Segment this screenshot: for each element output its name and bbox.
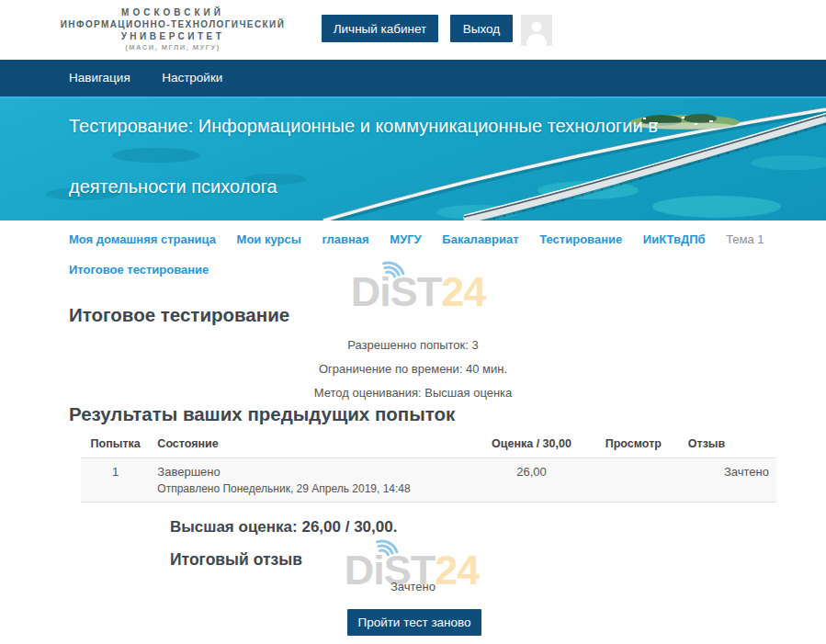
course-title-line1: Тестирование: Информационные и коммуника…: [69, 116, 658, 137]
nav-item-navigation[interactable]: Навигация: [69, 60, 130, 96]
breadcrumb-item-topic: Тема 1: [726, 232, 764, 246]
quiz-attempts-info: Разрешенно попыток: 3: [0, 333, 826, 357]
wifi-signal-icon: [375, 535, 413, 560]
quiz-info: Разрешенно попыток: 3 Ограничение по вре…: [0, 333, 826, 405]
col-state: Состояние: [150, 432, 477, 458]
breadcrumb: Моя домашняя страница Мои курсы главная …: [69, 232, 764, 246]
quiz-page: МОСКОВСКИЙ ИНФОРМАЦИОННО-ТЕХНОЛОГИЧЕСКИЙ…: [0, 0, 826, 644]
logout-button[interactable]: Выход: [450, 15, 513, 42]
breadcrumb-item-course-code[interactable]: ИиКТвДПб: [643, 232, 706, 246]
col-review: Просмотр: [586, 432, 681, 458]
logo-line-1: МОСКОВСКИЙ: [57, 6, 289, 18]
user-avatar-icon: [521, 15, 552, 46]
breadcrumb-item-main[interactable]: главная: [322, 232, 368, 246]
course-banner: Тестирование: Информационные и коммуника…: [0, 98, 826, 220]
logo-line-4: (МАСИ, МГЛИ, МУГУ): [57, 42, 289, 52]
attempts-table-header: Попытка Состояние Оценка / 30,00 Просмот…: [81, 432, 776, 458]
breadcrumb-item-mugu[interactable]: МУГУ: [390, 232, 421, 246]
main-content: Моя домашняя страница Мои курсы главная …: [0, 220, 826, 644]
final-feedback-value: Зачтено: [0, 580, 826, 593]
breadcrumb-item-bachelor[interactable]: Бакалавриат: [442, 232, 518, 246]
quiz-grading-method-info: Метод оценивания: Высшая оценка: [0, 381, 826, 405]
main-navbar: Навигация Настройки: [0, 60, 826, 98]
cell-grade: 26,00: [477, 458, 586, 503]
breadcrumb-item-testing[interactable]: Тестирование: [539, 232, 622, 246]
final-feedback-heading: Итоговый отзыв: [170, 550, 302, 570]
attempts-table: Попытка Состояние Оценка / 30,00 Просмот…: [81, 432, 776, 503]
logo-line-3: УНИВЕРСИТЕТ: [57, 30, 289, 42]
breadcrumb-row2: Итоговое тестирование: [69, 263, 226, 277]
cell-feedback: Зачтено: [681, 458, 776, 503]
breadcrumb-item-final-test[interactable]: Итоговое тестирование: [69, 263, 209, 277]
col-attempt: Попытка: [81, 432, 150, 458]
cell-review: [586, 458, 681, 503]
cell-state: Завершено Отправлено Понедельник, 29 Апр…: [150, 458, 477, 503]
course-title-line2: деятельности психолога: [69, 176, 277, 198]
breadcrumb-item-home[interactable]: Моя домашняя страница: [69, 232, 216, 246]
quiz-time-limit-info: Ограничение по времени: 40 мин.: [0, 357, 826, 381]
wifi-signal-icon: [381, 256, 420, 282]
logo-line-2: ИНФОРМАЦИОННО-ТЕХНОЛОГИЧЕСКИЙ: [57, 18, 289, 30]
attempt-state: Завершено: [157, 465, 470, 479]
cell-attempt: 1: [81, 458, 150, 503]
dist24-watermark: DiST24: [351, 271, 486, 312]
personal-cabinet-button[interactable]: Личный кабинет: [322, 15, 438, 42]
nav-item-settings[interactable]: Настройки: [162, 60, 222, 96]
university-logo: МОСКОВСКИЙ ИНФОРМАЦИОННО-ТЕХНОЛОГИЧЕСКИЙ…: [57, 6, 289, 52]
results-heading: Результаты ваших предыдущих попыток: [69, 403, 455, 425]
col-grade: Оценка / 30,00: [477, 432, 586, 458]
site-header: МОСКОВСКИЙ ИНФОРМАЦИОННО-ТЕХНОЛОГИЧЕСКИЙ…: [0, 0, 826, 60]
best-grade-text: Высшая оценка: 26,00 / 30,00.: [170, 518, 397, 537]
attempt-submitted-date: Отправлено Понедельник, 29 Апрель 2019, …: [157, 482, 470, 495]
breadcrumb-item-courses[interactable]: Мои курсы: [237, 232, 301, 246]
col-feedback: Отзыв: [681, 432, 776, 458]
quiz-title: Итоговое тестирование: [69, 304, 289, 326]
table-row: 1 Завершено Отправлено Понедельник, 29 А…: [81, 458, 776, 503]
retake-quiz-button[interactable]: Пройти тест заново: [347, 609, 481, 636]
watermark-accent: 24: [441, 268, 485, 315]
user-avatar[interactable]: [521, 15, 552, 46]
